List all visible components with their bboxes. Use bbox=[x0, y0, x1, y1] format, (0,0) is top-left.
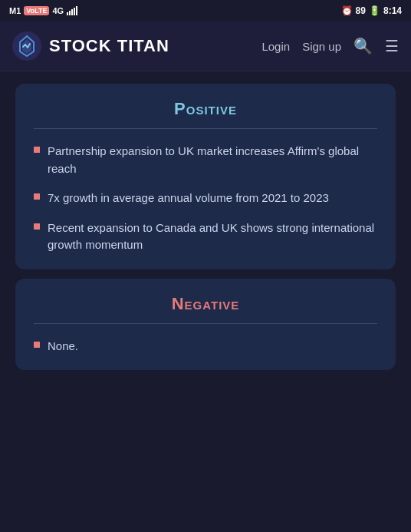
network-badge: VoLTE bbox=[24, 6, 49, 15]
positive-card: Positive Partnership expansion to UK mar… bbox=[15, 84, 396, 269]
battery-icon: 🔋 bbox=[369, 5, 380, 16]
negative-list: None. bbox=[34, 338, 377, 355]
list-item: Recent expansion to Canada and UK shows … bbox=[34, 220, 377, 254]
list-item: 7x growth in average annual volume from … bbox=[34, 190, 377, 207]
search-icon[interactable]: 🔍 bbox=[353, 37, 373, 55]
positive-item-2: 7x growth in average annual volume from … bbox=[48, 190, 329, 207]
logo-icon bbox=[12, 31, 41, 61]
time-battery: ⏰ 89 🔋 8:14 bbox=[341, 5, 402, 16]
navbar: STOCK TITAN Login Sign up 🔍 ☰ bbox=[0, 21, 411, 71]
network-type: 4G bbox=[52, 6, 64, 15]
positive-item-3: Recent expansion to Canada and UK shows … bbox=[48, 220, 377, 254]
positive-title: Positive bbox=[34, 99, 377, 119]
clock-time: 8:14 bbox=[383, 5, 402, 16]
bullet-icon bbox=[34, 147, 40, 153]
carrier-text: M1 bbox=[9, 6, 21, 15]
negative-item-1: None. bbox=[48, 338, 78, 355]
positive-list: Partnership expansion to UK market incre… bbox=[34, 143, 377, 254]
bullet-icon bbox=[34, 193, 40, 200]
carrier-info: M1 VoLTE 4G bbox=[9, 6, 77, 15]
signal-icon bbox=[67, 6, 77, 15]
list-item: Partnership expansion to UK market incre… bbox=[34, 143, 377, 177]
negative-card: Negative None. bbox=[15, 279, 396, 371]
alarm-icon: ⏰ bbox=[341, 5, 353, 16]
menu-icon[interactable]: ☰ bbox=[385, 37, 399, 55]
positive-divider bbox=[34, 128, 377, 129]
signup-link[interactable]: Sign up bbox=[302, 40, 341, 53]
bullet-icon bbox=[34, 342, 40, 348]
main-content: Positive Partnership expansion to UK mar… bbox=[0, 71, 411, 382]
negative-divider bbox=[34, 323, 377, 324]
nav-links: Login Sign up 🔍 ☰ bbox=[261, 37, 399, 55]
bullet-icon bbox=[34, 223, 40, 230]
login-link[interactable]: Login bbox=[261, 40, 290, 53]
battery-level: 89 bbox=[356, 5, 366, 16]
list-item: None. bbox=[34, 338, 377, 355]
status-bar: M1 VoLTE 4G ⏰ 89 🔋 8:14 bbox=[0, 0, 411, 21]
logo-text: STOCK TITAN bbox=[49, 36, 169, 56]
negative-title: Negative bbox=[34, 294, 377, 314]
positive-item-1: Partnership expansion to UK market incre… bbox=[48, 143, 377, 177]
logo-area: STOCK TITAN bbox=[12, 31, 169, 61]
